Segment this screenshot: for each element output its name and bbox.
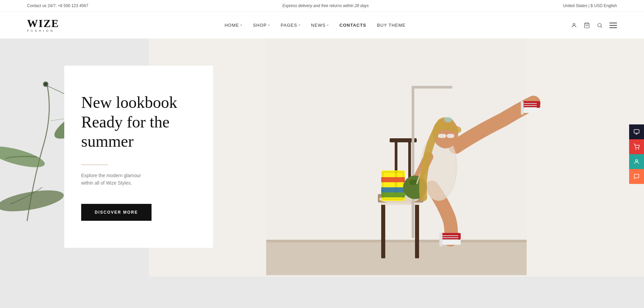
- nav-contacts[interactable]: CONTACTS: [340, 23, 366, 28]
- svg-point-0: [573, 23, 575, 25]
- discover-more-button[interactable]: DISCOVER MORE: [81, 204, 152, 221]
- account-icon[interactable]: [571, 22, 577, 28]
- svg-point-58: [636, 149, 636, 149]
- content-card: New lookbook Ready for the summer Explor…: [64, 66, 213, 248]
- svg-rect-29: [381, 177, 405, 182]
- svg-point-59: [638, 149, 639, 149]
- top-bar: Contact us 24/7: +8 500 123 4567 Express…: [0, 0, 644, 12]
- svg-point-35: [409, 180, 417, 185]
- svg-point-2: [598, 23, 601, 27]
- nav-news[interactable]: NEWS ▾: [311, 23, 329, 28]
- nav-pages[interactable]: PAGES ▾: [281, 23, 300, 28]
- svg-rect-15: [266, 241, 527, 275]
- svg-line-3: [601, 26, 602, 27]
- svg-rect-55: [634, 129, 639, 133]
- hero-background: 01 02 03: [149, 39, 644, 277]
- side-tool-chat[interactable]: [629, 169, 644, 184]
- svg-rect-25: [412, 86, 414, 238]
- side-tool-user[interactable]: [629, 154, 644, 169]
- svg-rect-30: [381, 187, 405, 192]
- side-tool-monitor[interactable]: [629, 124, 644, 139]
- chevron-down-icon: ▾: [299, 24, 300, 27]
- svg-point-39: [444, 117, 452, 122]
- svg-rect-31: [381, 192, 405, 197]
- divider: [81, 165, 108, 165]
- logo-sub: FASHION: [27, 29, 55, 32]
- svg-rect-45: [521, 101, 524, 115]
- hero-headline: New lookbook Ready for the summer: [81, 93, 193, 151]
- nav-buy-theme[interactable]: BUY THEME: [377, 23, 406, 28]
- side-tool-cart[interactable]: [629, 139, 644, 154]
- delivery-info: Express delivery and free returns within…: [282, 3, 369, 8]
- chevron-down-icon: ▾: [240, 24, 242, 27]
- svg-rect-16: [266, 240, 527, 242]
- chevron-down-icon: ▾: [268, 24, 270, 27]
- hero-image-panel: 01 02 03: [149, 39, 644, 277]
- search-icon[interactable]: [597, 22, 603, 28]
- svg-rect-51: [439, 233, 442, 246]
- svg-rect-26: [412, 86, 452, 89]
- logo-main: WIZE: [27, 18, 59, 29]
- side-toolbar: [629, 124, 644, 184]
- svg-rect-41: [447, 134, 454, 138]
- chevron-down-icon: ▾: [327, 24, 329, 27]
- svg-rect-44: [522, 101, 540, 108]
- cart-icon[interactable]: [584, 22, 590, 28]
- hero-subtext: Explore the modern glamour within all of…: [81, 172, 193, 187]
- fashion-scene: [149, 39, 644, 275]
- svg-point-11: [44, 83, 47, 86]
- menu-icon[interactable]: [610, 22, 617, 28]
- main-nav: HOME ▾ SHOP ▾ PAGES ▾ NEWS ▾ CONTACTS BU…: [225, 23, 406, 28]
- nav-home[interactable]: HOME ▾: [225, 23, 242, 28]
- svg-rect-50: [440, 233, 461, 240]
- nav-shop[interactable]: SHOP ▾: [253, 23, 270, 28]
- logo[interactable]: WIZE FASHION: [27, 18, 59, 32]
- header: WIZE FASHION HOME ▾ SHOP ▾ PAGES ▾ NEWS …: [0, 12, 644, 39]
- hero-section: New lookbook Ready for the summer Explor…: [0, 39, 644, 277]
- locale-info: United States | $ USD English: [563, 3, 617, 8]
- header-icons: [571, 22, 617, 28]
- contact-info: Contact us 24/7: +8 500 123 4567: [27, 3, 88, 8]
- svg-rect-40: [438, 134, 446, 138]
- svg-point-60: [636, 160, 638, 162]
